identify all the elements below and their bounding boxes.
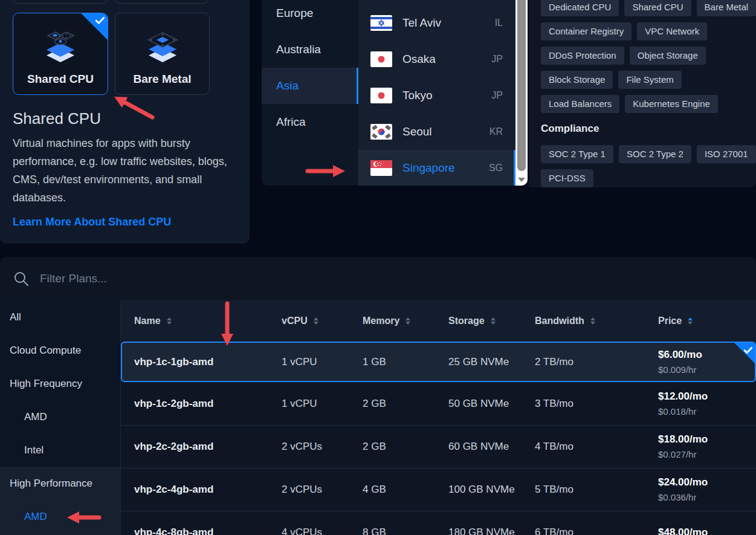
cell-memory: 8 GB [363,527,448,535]
feature-badge-ddos-protection: DDoS Protection [541,47,624,65]
city-item-singapore[interactable]: SingaporeSG [358,150,515,186]
cell-memory: 2 GB [363,398,448,410]
card-label: Shared CPU [13,73,108,86]
compliance-badge-pci-dss: PCI-DSS [541,169,593,187]
price-per-hour: $0.027/hr [658,447,756,462]
continent-item-australia[interactable]: Australia [262,31,358,68]
sidebar-item-amd[interactable]: AMD [24,410,47,424]
sidebar-item-all[interactable]: All [10,310,21,325]
column-label: vCPU [282,316,308,326]
badge-row: DDoS ProtectionObject Storage [541,47,756,65]
badge-row: Block StorageFile System [541,71,756,89]
scrollbar-thumb[interactable] [517,0,526,171]
filter-plans-bar [0,257,756,300]
plan-row-vhp-4c-8gb-amd[interactable]: vhp-4c-8gb-amd4 vCPUs8 GB180 GB NVMe6 TB… [121,511,756,535]
learn-more-link[interactable]: Learn More About Shared CPU [13,216,171,229]
column-header-price[interactable]: Price [658,316,756,326]
cell-vcpu: 2 vCPUs [282,484,363,496]
checkmark-icon [95,17,105,24]
bare-metal-card[interactable]: Bare Metal [115,13,210,95]
sort-icon[interactable] [491,317,496,325]
feature-badge-bare-metal: Bare Metal [697,0,756,16]
sg-flag-icon [370,160,392,176]
shared-cpu-icon [44,29,77,63]
plan-row-vhp-1c-2gb-amd[interactable]: vhp-1c-2gb-amd1 vCPU2 GB50 GB NVMe3 TB/m… [121,382,756,425]
city-name: Singapore [402,161,479,175]
country-code: JP [491,90,503,101]
column-label: Bandwidth [535,316,584,326]
sort-icon[interactable] [314,317,318,325]
plans-table-header: NamevCPUMemoryStorageBandwidthPrice [121,300,756,342]
sidebar-item-amd-selected[interactable]: AMD [24,510,47,524]
price-per-month: $48.00/mo [658,525,756,535]
cell-storage: 180 GB NVMe [448,527,535,535]
country-code: SG [489,163,503,173]
cell-name: vhp-2c-2gb-amd [134,441,282,453]
badge-row: Dedicated CPUShared CPUBare Metal [541,0,756,16]
feature-badge-block-storage: Block Storage [541,71,613,89]
sidebar-item-high-performance[interactable]: High Performance [10,476,92,491]
continent-label: Europe [276,7,313,20]
sort-icon[interactable] [167,317,172,325]
column-header-name[interactable]: Name [134,316,282,326]
sidebar-item-cloud-compute[interactable]: Cloud Compute [10,343,81,358]
cell-vcpu: 2 vCPUs [282,441,363,453]
continent-label: Africa [276,115,306,129]
city-item-seoul[interactable]: SeoulKR [358,114,515,150]
badge-row: Load BalancersKubernetes Engine [541,95,756,113]
feature-badge-kubernetes-engine: Kubernetes Engine [625,95,718,113]
sidebar-item-high-frequency[interactable]: High Frequency [10,377,82,391]
card-label: Bare Metal [115,73,209,86]
cell-price: $12.00/mo$0.018/hr [658,389,756,419]
filter-plans-input[interactable] [39,268,244,290]
cell-bandwidth: 6 TB/mo [535,527,658,535]
partial-card [13,0,108,4]
column-header-storage[interactable]: Storage [448,316,535,326]
cell-vcpu: 4 vCPUs [282,527,363,535]
price-per-month: $18.00/mo [658,432,756,447]
continent-item-asia[interactable]: Asia [262,68,358,104]
continent-label: Asia [276,79,299,92]
badge-row: Container RegistryVPC Network [541,22,756,41]
plan-row-vhp-2c-2gb-amd[interactable]: vhp-2c-2gb-amd2 vCPUs2 GB60 GB NVMe4 TB/… [121,425,756,468]
cell-memory: 4 GB [363,484,448,496]
cell-name: vhp-1c-1gb-amd [134,356,282,368]
sidebar-item-intel[interactable]: Intel [24,443,44,458]
sort-icon[interactable] [688,317,693,325]
city-item-osaka[interactable]: OsakaJP [358,41,515,77]
cell-name: vhp-1c-2gb-amd [134,398,282,410]
price-per-hour: $0.036/hr [658,490,756,505]
jp-flag-icon [370,88,392,103]
cell-price: $18.00/mo$0.027/hr [658,432,756,462]
sort-icon[interactable] [405,317,410,325]
cell-storage: 50 GB NVMe [448,398,535,410]
continent-item-europe[interactable]: Europe [262,0,358,31]
cell-vcpu: 1 vCPU [282,356,363,368]
price-per-hour: $0.018/hr [658,404,756,419]
price-per-hour: $0.009/hr [658,363,755,377]
column-label: Memory [363,316,399,326]
shared-cpu-card[interactable]: Shared CPU [13,13,108,95]
checkmark-icon [744,345,752,352]
cell-memory: 2 GB [363,441,448,453]
continent-list: EuropeAustraliaAsiaAfrica [262,0,358,186]
server-type-heading: Shared CPU [13,109,101,128]
cell-price: $24.00/mo$0.036/hr [658,475,756,505]
plan-row-vhp-2c-4gb-amd[interactable]: vhp-2c-4gb-amd2 vCPUs4 GB100 GB NVMe5 TB… [121,468,756,511]
cell-bandwidth: 2 TB/mo [535,356,658,368]
column-header-memory[interactable]: Memory [363,316,448,326]
column-header-bandwidth[interactable]: Bandwidth [535,316,658,326]
country-code: KR [489,126,503,137]
continent-item-africa[interactable]: Africa [262,104,358,140]
city-item-tel-aviv[interactable]: Tel AvivIL [358,5,515,41]
feature-badge-shared-cpu: Shared CPU [624,0,691,16]
scrollbar-down-button[interactable] [518,178,525,182]
badge-row: PCI-DSS [541,169,756,187]
city-scrollbar[interactable] [515,0,528,186]
sort-icon[interactable] [590,317,595,325]
column-header-vcpu[interactable]: vCPU [282,316,363,326]
plans-panel: AllCloud ComputeHigh FrequencyAMDIntelHi… [0,257,756,535]
plan-row-vhp-1c-1gb-amd[interactable]: vhp-1c-1gb-amd1 vCPU1 GB25 GB NVMe2 TB/m… [121,342,756,382]
city-item-tokyo[interactable]: TokyoJP [358,77,515,114]
server-type-panel: Shared CPU Bare Metal Shared CPU Virtual… [0,0,250,244]
